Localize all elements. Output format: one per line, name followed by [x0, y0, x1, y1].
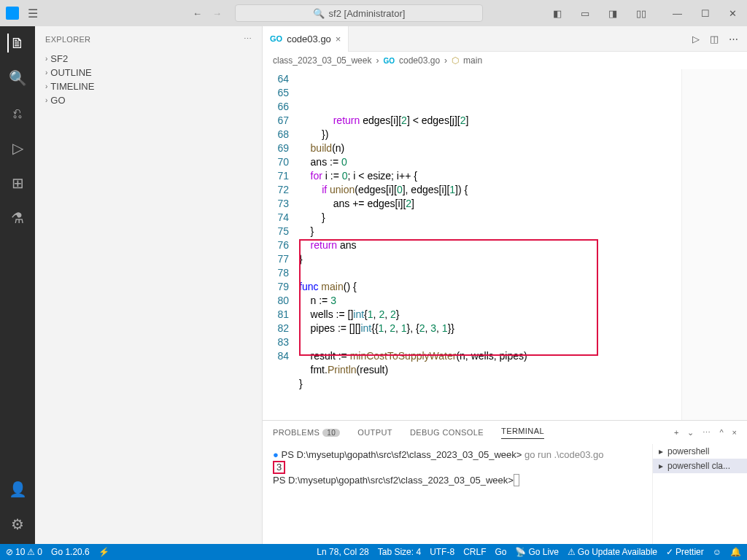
search-icon[interactable]: 🔍: [8, 69, 27, 88]
status-encoding[interactable]: UTF-8: [430, 547, 454, 557]
terminal[interactable]: ● PS D:\mysetup\gopath\src\sf2\class_202…: [263, 444, 652, 544]
explorer-icon[interactable]: 🗎: [7, 34, 26, 52]
tab-output[interactable]: OUTPUT: [357, 428, 392, 437]
tab-debug[interactable]: DEBUG CONSOLE: [410, 428, 484, 437]
close-panel-icon[interactable]: ×: [732, 428, 737, 438]
nav-forward-icon[interactable]: →: [212, 8, 222, 19]
panel: PROBLEMS10 OUTPUT DEBUG CONSOLE TERMINAL…: [263, 420, 747, 544]
breadcrumb-symbol[interactable]: main: [463, 55, 482, 66]
more-icon[interactable]: ⋯: [703, 428, 711, 438]
symbol-icon: ⬡: [452, 55, 459, 66]
activity-bar: 🗎 🔍 ⎌ ▷ ⊞ ⚗ 👤 ⚙: [0, 26, 35, 544]
breadcrumb-file[interactable]: code03.go: [399, 55, 440, 66]
chevron-down-icon[interactable]: ⌄: [687, 428, 694, 438]
status-prettier[interactable]: ✓ Prettier: [666, 547, 704, 557]
nav-back-icon[interactable]: ←: [193, 8, 202, 19]
minimize-icon[interactable]: —: [668, 8, 686, 19]
terminal-item[interactable]: ▸powershell cla...: [653, 459, 747, 473]
extensions-icon[interactable]: ⊞: [8, 174, 27, 192]
vscode-logo: [6, 7, 19, 20]
tab-label: code03.go: [287, 34, 331, 44]
status-go-version[interactable]: Go 1.20.6: [51, 547, 90, 557]
status-lang[interactable]: Go: [495, 547, 506, 557]
split-icon[interactable]: ◫: [710, 34, 719, 44]
more-icon[interactable]: ⋯: [729, 34, 738, 44]
titlebar: ☰ ← → 🔍 sf2 [Administrator] ◧ ▭ ◨ ▯▯ — ☐…: [0, 0, 747, 26]
minimap[interactable]: [681, 69, 747, 420]
testing-icon[interactable]: ⚗: [8, 209, 27, 228]
maximize-icon[interactable]: ☐: [697, 8, 714, 19]
status-tabsize[interactable]: Tab Size: 4: [378, 547, 421, 557]
sidebar-item[interactable]: › TIMELINE: [35, 79, 262, 93]
search-icon: 🔍: [313, 8, 325, 19]
new-terminal-icon[interactable]: +: [674, 428, 678, 438]
code-content[interactable]: return edges[i][2] < edges[j][2] }) buil…: [299, 69, 681, 420]
panel-icon[interactable]: ▭: [576, 8, 594, 19]
editor-area: GO code03.go × ▷ ◫ ⋯ class_2023_03_05_we…: [263, 26, 747, 544]
panel-tabs: PROBLEMS10 OUTPUT DEBUG CONSOLE TERMINAL…: [263, 421, 747, 444]
status-cursor[interactable]: Ln 78, Col 28: [317, 547, 368, 557]
sidebar-icon[interactable]: ◨: [604, 8, 622, 19]
debug-icon[interactable]: ▷: [8, 139, 27, 158]
tab-code03[interactable]: GO code03.go ×: [263, 26, 349, 52]
terminal-item[interactable]: ▸powershell: [653, 444, 747, 459]
close-icon[interactable]: ✕: [724, 8, 741, 19]
window-title: sf2 [Administrator]: [329, 8, 406, 19]
sidebar-more-icon[interactable]: ⋯: [244, 34, 252, 44]
terminal-icon: ▸: [659, 446, 663, 456]
sidebar-item[interactable]: › OUTLINE: [35, 66, 262, 79]
sidebar: EXPLORER ⋯ › SF2› OUTLINE› TIMELINE› GO: [35, 26, 263, 544]
status-update[interactable]: ⚠ Go Update Available: [568, 547, 657, 557]
go-file-icon: GO: [383, 57, 395, 65]
terminal-list: ▸powershell ▸powershell cla...: [652, 444, 747, 544]
source-control-icon[interactable]: ⎌: [8, 104, 27, 122]
terminal-icon: ▸: [659, 461, 663, 471]
lightning-icon[interactable]: ⚡: [98, 547, 109, 557]
bell-icon[interactable]: 🔔: [730, 547, 741, 557]
sidebar-item[interactable]: › SF2: [35, 52, 262, 66]
run-icon[interactable]: ▷: [692, 34, 700, 44]
layout-icon[interactable]: ◧: [549, 8, 566, 19]
line-gutter: 6465666768697071727374757677787980818283…: [263, 69, 299, 420]
code-editor[interactable]: 6465666768697071727374757677787980818283…: [263, 69, 747, 420]
maximize-panel-icon[interactable]: ^: [719, 428, 723, 438]
tab-problems[interactable]: PROBLEMS10: [273, 428, 340, 437]
terminal-output: 3: [273, 461, 285, 474]
tab-close-icon[interactable]: ×: [336, 34, 341, 44]
feedback-icon[interactable]: ☺: [713, 547, 721, 557]
breadcrumb[interactable]: class_2023_03_05_week › GO code03.go › ⬡…: [263, 52, 747, 69]
breadcrumb-folder[interactable]: class_2023_03_05_week: [273, 55, 371, 66]
go-file-icon: GO: [270, 34, 282, 43]
sidebar-title: EXPLORER: [45, 35, 90, 44]
status-golive[interactable]: 📡 Go Live: [515, 547, 558, 557]
account-icon[interactable]: 👤: [8, 480, 27, 499]
sidebar-header: EXPLORER ⋯: [35, 26, 262, 52]
status-bar: ⊘ 10 ⚠ 0 Go 1.20.6 ⚡ Ln 78, Col 28 Tab S…: [0, 544, 747, 560]
status-errors[interactable]: ⊘ 10 ⚠ 0: [6, 547, 42, 557]
editor-tabs: GO code03.go × ▷ ◫ ⋯: [263, 26, 747, 52]
status-eol[interactable]: CRLF: [463, 547, 486, 557]
settings-icon[interactable]: ⚙: [8, 515, 27, 534]
sidebar-item[interactable]: › GO: [35, 93, 262, 107]
menu-icon[interactable]: ☰: [25, 7, 41, 20]
command-center[interactable]: 🔍 sf2 [Administrator]: [235, 4, 483, 22]
customize-icon[interactable]: ▯▯: [632, 8, 651, 19]
tab-terminal[interactable]: TERMINAL: [501, 427, 544, 439]
